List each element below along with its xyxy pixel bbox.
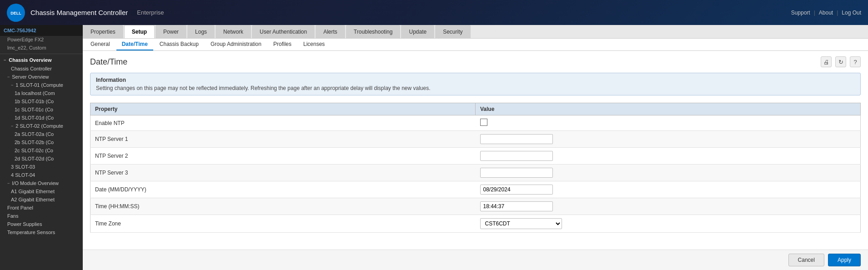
- sidebar-item-a2[interactable]: A2 Gigabit Ethernet: [0, 195, 83, 204]
- property-enable-ntp: Enable NTP: [90, 115, 476, 131]
- property-ntp3: NTP Server 3: [90, 165, 476, 181]
- collapse-icon-2: −: [7, 75, 10, 79]
- sidebar-item-1c[interactable]: 1c SLOT-01c (Co: [0, 105, 83, 114]
- sidebar-item-2b[interactable]: 2b SLOT-02b (Co: [0, 138, 83, 146]
- col-value: Value: [476, 103, 861, 115]
- value-ntp3: [476, 165, 861, 181]
- sidebar-item-io-overview[interactable]: − I/O Module Overview: [0, 179, 83, 187]
- footer-bar: Cancel Apply: [83, 250, 868, 270]
- sidebar-item-chassis-overview[interactable]: − Chassis Overview: [0, 55, 83, 65]
- page-title-row: Date/Time 🖨 ↻ ?: [90, 56, 861, 67]
- sidebar-item-1d[interactable]: 1d SLOT-01d (Co: [0, 114, 83, 122]
- sidebar-item-slot02[interactable]: − 2 SLOT-02 (Compute: [0, 122, 83, 130]
- subtab-datetime[interactable]: Date/Time: [116, 39, 153, 50]
- table-row: NTP Server 3: [90, 165, 861, 181]
- sidebar-item-slot03[interactable]: 3 SLOT-03: [0, 163, 83, 171]
- info-box-title: Information: [96, 77, 855, 83]
- value-time: [476, 198, 861, 215]
- print-button[interactable]: 🖨: [821, 56, 832, 67]
- info-box-text: Setting changes on this page may not be …: [96, 85, 855, 91]
- property-ntp2: NTP Server 2: [90, 148, 476, 165]
- collapse-icon-3: −: [11, 83, 13, 87]
- tab-troubleshooting[interactable]: Troubleshooting: [346, 25, 401, 38]
- sidebar-item-front-panel[interactable]: Front Panel: [0, 204, 83, 212]
- sidebar-item-server-overview[interactable]: − Server Overview: [0, 73, 83, 81]
- collapse-icon: −: [4, 58, 6, 62]
- time-input[interactable]: [480, 201, 553, 211]
- date-input[interactable]: [480, 185, 553, 195]
- subtab-licenses[interactable]: Licenses: [298, 39, 330, 50]
- sidebar-item-a1[interactable]: A1 Gigabit Ethernet: [0, 187, 83, 195]
- sidebar-item-temp-sensors[interactable]: Temperature Sensors: [0, 228, 83, 236]
- sidebar-item-2c[interactable]: 2c SLOT-02c (Co: [0, 146, 83, 155]
- table-row: Time (HH:MM:SS): [90, 198, 861, 215]
- logout-link[interactable]: Log Out: [842, 10, 861, 16]
- value-timezone: CST6CDT UTC EST5EDT MST7MDT PST8PDT: [476, 215, 861, 233]
- sidebar-item-power-supplies[interactable]: Power Supplies: [0, 220, 83, 228]
- table-row: Enable NTP: [90, 115, 861, 131]
- refresh-button[interactable]: ↻: [835, 56, 846, 67]
- table-row: Time Zone CST6CDT UTC EST5EDT MST7MDT PS…: [90, 215, 861, 233]
- page-title: Date/Time: [90, 57, 127, 67]
- info-box: Information Setting changes on this page…: [90, 73, 861, 95]
- main-panel: Properties Setup Power Logs Network User…: [83, 25, 868, 270]
- subtab-group-admin[interactable]: Group Administration: [205, 39, 267, 50]
- nav-tabs: Properties Setup Power Logs Network User…: [83, 25, 868, 39]
- sidebar-item-2d[interactable]: 2d SLOT-02d (Co: [0, 155, 83, 163]
- value-ntp2: [476, 148, 861, 165]
- value-date: [476, 181, 861, 198]
- tab-properties[interactable]: Properties: [83, 25, 123, 38]
- subtab-chassis-backup[interactable]: Chassis Backup: [154, 39, 204, 50]
- property-timezone: Time Zone: [90, 215, 476, 233]
- property-date: Date (MM/DD/YYYY): [90, 181, 476, 198]
- sidebar-item-chassis-controller[interactable]: Chassis Controller: [0, 65, 83, 73]
- support-link[interactable]: Support: [791, 10, 810, 16]
- col-property: Property: [90, 103, 476, 115]
- header: DELL Chassis Management Controller Enter…: [0, 0, 868, 25]
- apply-button[interactable]: Apply: [828, 254, 861, 266]
- ntp-server-2-input[interactable]: [480, 151, 553, 161]
- collapse-icon-4: −: [11, 124, 13, 128]
- content-area: Date/Time 🖨 ↻ ? Information Setting chan…: [83, 51, 868, 250]
- sidebar-item-fans[interactable]: Fans: [0, 212, 83, 220]
- table-row: NTP Server 1: [90, 131, 861, 148]
- datetime-table: Property Value Enable NTP NTP Server 1: [90, 103, 861, 233]
- table-row: NTP Server 2: [90, 148, 861, 165]
- tab-update[interactable]: Update: [401, 25, 434, 38]
- sidebar-item-slot01[interactable]: − 1 SLOT-01 (Compute: [0, 81, 83, 89]
- app-edition: Enterprise: [137, 9, 164, 16]
- value-ntp1: [476, 131, 861, 148]
- cmc-id: CMC-756J942: [0, 25, 83, 36]
- sidebar-item-1b[interactable]: 1b SLOT-01b (Co: [0, 97, 83, 105]
- tab-power[interactable]: Power: [156, 25, 186, 38]
- sidebar-item-1a[interactable]: 1a localhost (Com: [0, 89, 83, 97]
- timezone-select[interactable]: CST6CDT UTC EST5EDT MST7MDT PST8PDT: [480, 218, 562, 229]
- tab-alerts[interactable]: Alerts: [316, 25, 345, 38]
- help-button[interactable]: ?: [850, 56, 861, 67]
- subtab-general[interactable]: General: [85, 39, 115, 50]
- tab-setup[interactable]: Setup: [124, 25, 155, 38]
- sidebar-user: lmc_e22, Custom: [0, 44, 83, 52]
- sidebar-device: PowerEdge FX2: [0, 36, 83, 44]
- property-ntp1: NTP Server 1: [90, 131, 476, 148]
- about-link[interactable]: About: [819, 10, 833, 16]
- property-time: Time (HH:MM:SS): [90, 198, 476, 215]
- app-title: Chassis Management Controller: [30, 9, 128, 16]
- tab-user-auth[interactable]: User Authentication: [252, 25, 315, 38]
- tab-security[interactable]: Security: [435, 25, 470, 38]
- sidebar: CMC-756J942 PowerEdge FX2 lmc_e22, Custo…: [0, 25, 83, 270]
- ntp-server-3-input[interactable]: [480, 168, 553, 178]
- sidebar-item-slot04[interactable]: 4 SLOT-04: [0, 171, 83, 179]
- tab-logs[interactable]: Logs: [187, 25, 215, 38]
- table-row: Date (MM/DD/YYYY): [90, 181, 861, 198]
- cancel-button[interactable]: Cancel: [788, 254, 824, 266]
- header-nav: Support | About | Log Out: [791, 10, 861, 16]
- subtab-profiles[interactable]: Profiles: [268, 39, 297, 50]
- sidebar-item-2a[interactable]: 2a SLOT-02a (Co: [0, 130, 83, 138]
- enable-ntp-checkbox[interactable]: [480, 119, 487, 126]
- value-enable-ntp: [476, 115, 861, 131]
- dell-logo: DELL: [7, 4, 25, 22]
- svg-text:DELL: DELL: [10, 11, 21, 15]
- tab-network[interactable]: Network: [216, 25, 251, 38]
- ntp-server-1-input[interactable]: [480, 134, 553, 144]
